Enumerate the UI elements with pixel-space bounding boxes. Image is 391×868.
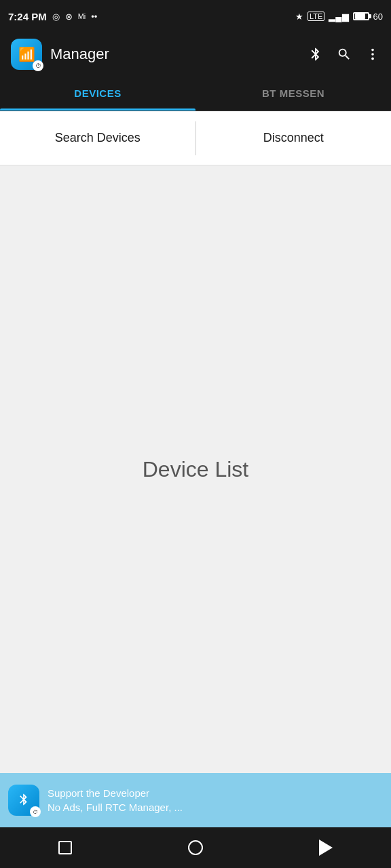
app-logo: 📶 ⏱ — [11, 39, 42, 70]
battery-icon — [353, 12, 369, 20]
notification-icon-3: Mi — [78, 12, 86, 20]
notification-icon-2: ⊗ — [65, 12, 73, 22]
disconnect-button[interactable]: Disconnect — [196, 111, 392, 165]
search-devices-button[interactable]: Search Devices — [0, 111, 196, 165]
bluetooth-toggle-button[interactable] — [308, 47, 323, 62]
app-logo-clock-badge: ⏱ — [33, 60, 43, 71]
app-bar: 📶 ⏱ Manager — [0, 33, 391, 76]
more-options-button[interactable] — [365, 47, 380, 62]
app-title: Manager — [50, 45, 300, 63]
notification-icon-4: •• — [91, 12, 97, 22]
notification-icon-1: ◎ — [52, 12, 60, 22]
lte-icon: LTE — [308, 12, 324, 21]
status-bar-left: 7:24 PM ◎ ⊗ Mi •• — [8, 11, 97, 22]
back-icon — [319, 840, 333, 856]
ad-logo-clock-badge: ⏱ — [30, 806, 41, 817]
svg-point-1 — [371, 53, 374, 56]
status-time: 7:24 PM — [8, 11, 47, 22]
ad-banner[interactable]: ⏱ Support the Developer No Ads, Full RTC… — [0, 773, 391, 827]
ad-line1: Support the Developer — [48, 786, 183, 800]
back-button[interactable] — [312, 834, 339, 861]
recent-apps-button[interactable] — [52, 834, 79, 861]
ad-logo: ⏱ — [8, 785, 39, 816]
nav-bar — [0, 827, 391, 868]
status-bar: 7:24 PM ◎ ⊗ Mi •• ★ LTE ▂▄▆ 60 — [0, 0, 391, 33]
tab-bt-messenger[interactable]: BT MESSEN — [196, 76, 391, 111]
ad-text: Support the Developer No Ads, Full RTC M… — [48, 786, 183, 814]
battery-level: 60 — [373, 12, 383, 22]
tab-devices[interactable]: DEVICES — [0, 76, 196, 111]
app-bar-actions — [308, 47, 380, 62]
svg-point-2 — [371, 58, 374, 60]
status-bar-right: ★ LTE ▂▄▆ 60 — [295, 12, 383, 22]
ad-line2: No Ads, Full RTC Manager, ... — [48, 800, 183, 814]
bluetooth-status-icon: ★ — [295, 12, 303, 22]
main-content: Device List — [0, 165, 391, 773]
signal-icon: ▂▄▆ — [329, 12, 348, 22]
device-list-placeholder: Device List — [143, 457, 249, 482]
app-logo-bt-symbol: 📶 — [18, 47, 35, 61]
action-bar: Search Devices Disconnect — [0, 111, 391, 165]
recent-apps-icon — [58, 841, 72, 854]
search-button[interactable] — [337, 47, 352, 62]
home-button[interactable] — [182, 834, 209, 861]
ad-logo-bt-symbol — [17, 793, 31, 808]
tab-bar: DEVICES BT MESSEN — [0, 76, 391, 111]
svg-point-0 — [371, 49, 374, 52]
home-icon — [188, 840, 203, 855]
